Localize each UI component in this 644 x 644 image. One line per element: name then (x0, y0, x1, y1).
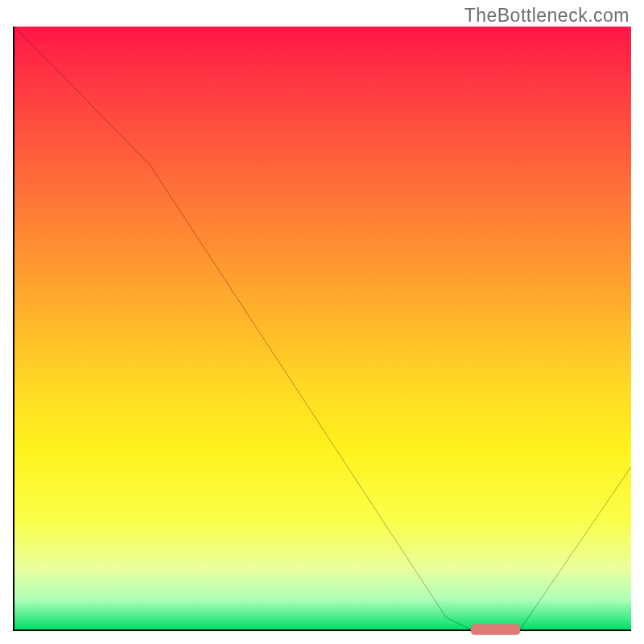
optimal-range-marker (471, 624, 520, 634)
plot-area (13, 27, 631, 631)
watermark-text: TheBottleneck.com (464, 5, 630, 27)
bottleneck-curve (14, 27, 631, 630)
curve-path (14, 27, 631, 630)
